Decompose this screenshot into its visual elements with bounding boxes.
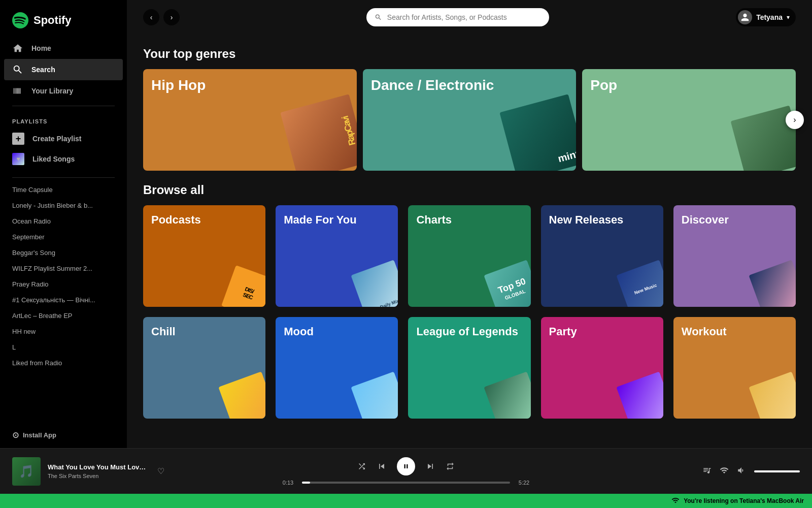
list-item[interactable]: Ocean Radio <box>4 213 123 229</box>
like-button[interactable]: ♡ <box>157 466 164 476</box>
repeat-button[interactable] <box>446 462 455 471</box>
queue-icon[interactable] <box>702 466 712 477</box>
browse-card-chill[interactable]: Chill <box>143 317 265 419</box>
volume-bar[interactable] <box>754 470 800 472</box>
progress-bar[interactable] <box>302 482 510 484</box>
create-playlist-button[interactable]: + Create Playlist <box>4 129 123 149</box>
sidebar-divider-2 <box>12 177 115 178</box>
sidebar-item-search[interactable]: Search <box>4 59 123 80</box>
search-input[interactable] <box>387 13 541 21</box>
list-item[interactable]: HH new <box>4 324 123 339</box>
browse-charts-label: Charts <box>416 213 452 227</box>
search-nav-icon <box>12 64 23 75</box>
avatar <box>738 10 752 24</box>
playlist-actions: + Create Playlist ♥ Liked Songs <box>0 129 127 173</box>
browse-card-discover[interactable]: Discover <box>673 205 796 307</box>
lol-art <box>484 371 531 419</box>
sidebar-item-home[interactable]: Home <box>4 38 123 59</box>
forward-button[interactable]: › <box>163 9 180 25</box>
sidebar-divider <box>12 106 115 106</box>
player-track-artist: The Six Parts Seven <box>48 473 146 479</box>
player-track-info: What You Love You Must Love Now The Six … <box>48 463 146 479</box>
player-bar: 🎵 What You Love You Must Love Now The Si… <box>0 448 812 494</box>
mood-art <box>351 371 398 419</box>
list-item[interactable]: ArtLec – Breathe EP <box>4 308 123 324</box>
player-buttons <box>357 457 455 475</box>
browse-newreleases-label: New Releases <box>549 213 624 227</box>
genres-next-button[interactable]: › <box>786 111 804 129</box>
install-label: Install App <box>23 431 56 439</box>
top50-art: Top 50 GLOBAL <box>484 260 531 307</box>
discover-art <box>749 260 796 307</box>
content-area: Your top genres Hip Hop RapCavi Dance / … <box>127 35 812 435</box>
browse-card-workout[interactable]: Workout <box>673 317 796 419</box>
install-app-button[interactable]: ⊙ Install App <box>0 422 127 448</box>
player-thumb-art: 🎵 <box>12 457 41 486</box>
list-item[interactable]: Time Capsule <box>4 182 123 198</box>
status-bar-text: You're listening on <box>684 497 738 504</box>
browse-card-charts[interactable]: Charts Top 50 GLOBAL <box>408 205 530 307</box>
sidebar-home-label: Home <box>31 44 51 52</box>
devices-icon[interactable] <box>720 466 729 477</box>
genres-row: Hip Hop RapCavi Dance / Electronic mint <box>143 69 796 171</box>
list-item[interactable]: WILFZ Playlist Summer 2... <box>4 261 123 276</box>
top-bar: ‹ › Tetyana ▾ <box>127 0 812 35</box>
hiphop-art: RapCavi <box>280 94 357 171</box>
browse-card-party[interactable]: Party <box>541 317 663 419</box>
library-icon <box>12 85 23 97</box>
genre-card-dance[interactable]: Dance / Electronic mint <box>363 69 577 171</box>
browse-party-label: Party <box>549 325 577 338</box>
progress-fill <box>302 482 310 484</box>
download-icon: ⊙ <box>12 430 19 440</box>
spotify-logo-icon <box>12 12 28 28</box>
player-right <box>648 466 800 477</box>
player-track: 🎵 What You Love You Must Love Now The Si… <box>12 457 164 486</box>
search-bar <box>366 8 549 26</box>
status-bar-icon <box>671 496 680 506</box>
list-item[interactable]: Beggar's Song <box>4 245 123 261</box>
next-button[interactable] <box>425 461 435 471</box>
sidebar-search-label: Search <box>31 66 55 74</box>
player-controls: 0:13 5:22 <box>164 457 648 486</box>
liked-songs-button[interactable]: ♥ Liked Songs <box>4 149 123 169</box>
browse-lol-label: League of Legends <box>416 325 518 338</box>
sidebar-item-library[interactable]: Your Library <box>4 80 123 102</box>
previous-button[interactable] <box>377 461 387 471</box>
list-item[interactable]: Praey Radio <box>4 276 123 292</box>
browse-card-newreleases[interactable]: New Releases New Music <box>541 205 663 307</box>
party-art <box>616 371 663 419</box>
status-bar-device: Tetiana's MacBook Air <box>739 497 804 504</box>
player-track-name: What You Love You Must Love Now <box>48 463 146 471</box>
playlists-section-title: PLAYLISTS <box>0 110 127 129</box>
browse-grid: Podcasts DIS/SEC Made For You Your Daily… <box>143 205 796 419</box>
search-input-wrapper <box>366 8 549 26</box>
list-item[interactable]: Lonely - Justin Bieber & b... <box>4 198 123 213</box>
genre-card-pop[interactable]: Pop <box>582 69 796 171</box>
list-item[interactable]: #1 Сексуальність — Вічні... <box>4 292 123 308</box>
browse-chill-label: Chill <box>151 325 176 338</box>
browse-card-mood[interactable]: Mood <box>276 317 398 419</box>
browse-card-madeforyou[interactable]: Made For You Your Daily Mix 1 <box>276 205 398 307</box>
list-item[interactable]: L <box>4 339 123 355</box>
genre-pop-label: Pop <box>590 77 617 93</box>
volume-fill <box>754 470 800 472</box>
logo[interactable]: Spotify <box>0 0 127 38</box>
current-time: 0:13 <box>279 480 297 486</box>
browse-card-podcasts[interactable]: Podcasts DIS/SEC <box>143 205 265 307</box>
volume-icon[interactable] <box>737 466 746 477</box>
dance-art: mint <box>500 94 577 171</box>
browse-card-lol[interactable]: League of Legends <box>408 317 530 419</box>
back-button[interactable]: ‹ <box>143 9 159 25</box>
user-name: Tetyana <box>756 13 783 21</box>
main-content: ‹ › Tetyana ▾ Your top genres <box>127 0 812 448</box>
list-item[interactable]: Liked from Radio <box>4 355 123 371</box>
newmusic-art: New Music <box>616 260 663 307</box>
navigation-buttons: ‹ › <box>143 9 180 25</box>
pause-button[interactable] <box>397 457 415 475</box>
liked-songs-label: Liked Songs <box>32 155 75 163</box>
user-menu[interactable]: Tetyana ▾ <box>736 8 796 26</box>
genre-hiphop-label: Hip Hop <box>151 77 206 93</box>
shuffle-button[interactable] <box>357 462 366 471</box>
genre-card-hiphop[interactable]: Hip Hop RapCavi <box>143 69 357 171</box>
list-item[interactable]: September <box>4 229 123 245</box>
